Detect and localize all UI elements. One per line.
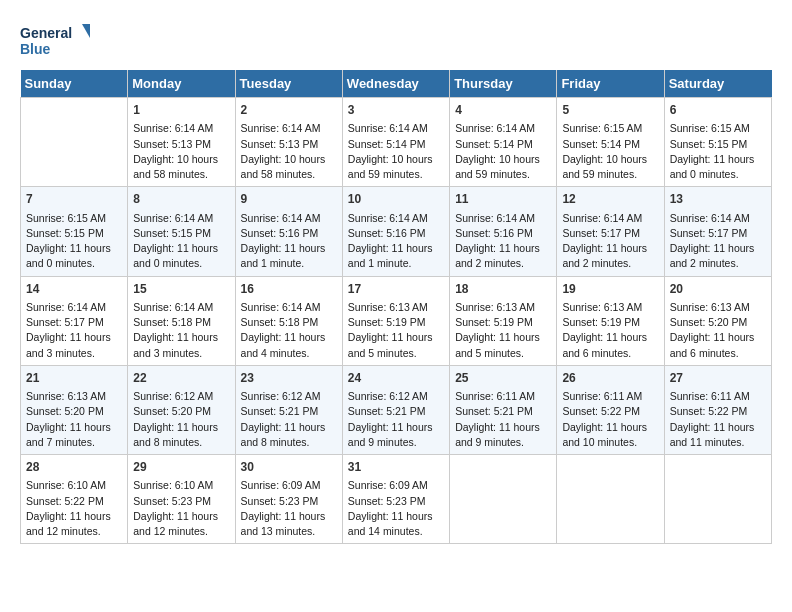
weekday-header-wednesday: Wednesday — [342, 70, 449, 98]
week-row-3: 14Sunrise: 6:14 AMSunset: 5:17 PMDayligh… — [21, 276, 772, 365]
calendar-cell — [21, 98, 128, 187]
day-info: Sunrise: 6:11 AMSunset: 5:21 PMDaylight:… — [455, 389, 551, 450]
day-info: Sunrise: 6:14 AMSunset: 5:14 PMDaylight:… — [455, 121, 551, 182]
calendar-cell: 9Sunrise: 6:14 AMSunset: 5:16 PMDaylight… — [235, 187, 342, 276]
day-info: Sunrise: 6:09 AMSunset: 5:23 PMDaylight:… — [241, 478, 337, 539]
calendar-cell: 2Sunrise: 6:14 AMSunset: 5:13 PMDaylight… — [235, 98, 342, 187]
day-number: 22 — [133, 370, 229, 387]
weekday-header-thursday: Thursday — [450, 70, 557, 98]
day-number: 18 — [455, 281, 551, 298]
calendar-cell — [450, 455, 557, 544]
calendar-cell: 8Sunrise: 6:14 AMSunset: 5:15 PMDaylight… — [128, 187, 235, 276]
svg-text:Blue: Blue — [20, 41, 51, 57]
weekday-header-friday: Friday — [557, 70, 664, 98]
day-number: 16 — [241, 281, 337, 298]
day-info: Sunrise: 6:12 AMSunset: 5:20 PMDaylight:… — [133, 389, 229, 450]
calendar-cell: 18Sunrise: 6:13 AMSunset: 5:19 PMDayligh… — [450, 276, 557, 365]
day-info: Sunrise: 6:14 AMSunset: 5:18 PMDaylight:… — [241, 300, 337, 361]
day-info: Sunrise: 6:11 AMSunset: 5:22 PMDaylight:… — [562, 389, 658, 450]
day-info: Sunrise: 6:15 AMSunset: 5:15 PMDaylight:… — [26, 211, 122, 272]
day-info: Sunrise: 6:13 AMSunset: 5:19 PMDaylight:… — [455, 300, 551, 361]
day-info: Sunrise: 6:14 AMSunset: 5:17 PMDaylight:… — [670, 211, 766, 272]
svg-text:General: General — [20, 25, 72, 41]
day-info: Sunrise: 6:15 AMSunset: 5:15 PMDaylight:… — [670, 121, 766, 182]
calendar-cell: 28Sunrise: 6:10 AMSunset: 5:22 PMDayligh… — [21, 455, 128, 544]
day-number: 24 — [348, 370, 444, 387]
calendar-cell: 22Sunrise: 6:12 AMSunset: 5:20 PMDayligh… — [128, 365, 235, 454]
calendar-cell: 26Sunrise: 6:11 AMSunset: 5:22 PMDayligh… — [557, 365, 664, 454]
calendar-cell: 25Sunrise: 6:11 AMSunset: 5:21 PMDayligh… — [450, 365, 557, 454]
calendar-cell: 3Sunrise: 6:14 AMSunset: 5:14 PMDaylight… — [342, 98, 449, 187]
calendar-cell: 29Sunrise: 6:10 AMSunset: 5:23 PMDayligh… — [128, 455, 235, 544]
day-info: Sunrise: 6:13 AMSunset: 5:20 PMDaylight:… — [670, 300, 766, 361]
day-number: 3 — [348, 102, 444, 119]
day-number: 5 — [562, 102, 658, 119]
day-info: Sunrise: 6:14 AMSunset: 5:16 PMDaylight:… — [241, 211, 337, 272]
day-info: Sunrise: 6:11 AMSunset: 5:22 PMDaylight:… — [670, 389, 766, 450]
calendar-cell: 27Sunrise: 6:11 AMSunset: 5:22 PMDayligh… — [664, 365, 771, 454]
day-number: 19 — [562, 281, 658, 298]
day-info: Sunrise: 6:14 AMSunset: 5:14 PMDaylight:… — [348, 121, 444, 182]
day-number: 15 — [133, 281, 229, 298]
week-row-5: 28Sunrise: 6:10 AMSunset: 5:22 PMDayligh… — [21, 455, 772, 544]
calendar-cell: 24Sunrise: 6:12 AMSunset: 5:21 PMDayligh… — [342, 365, 449, 454]
calendar-cell: 31Sunrise: 6:09 AMSunset: 5:23 PMDayligh… — [342, 455, 449, 544]
calendar-cell: 6Sunrise: 6:15 AMSunset: 5:15 PMDaylight… — [664, 98, 771, 187]
day-info: Sunrise: 6:14 AMSunset: 5:16 PMDaylight:… — [348, 211, 444, 272]
day-number: 12 — [562, 191, 658, 208]
weekday-header-row: SundayMondayTuesdayWednesdayThursdayFrid… — [21, 70, 772, 98]
calendar-cell: 19Sunrise: 6:13 AMSunset: 5:19 PMDayligh… — [557, 276, 664, 365]
weekday-header-monday: Monday — [128, 70, 235, 98]
calendar-cell: 15Sunrise: 6:14 AMSunset: 5:18 PMDayligh… — [128, 276, 235, 365]
day-number: 6 — [670, 102, 766, 119]
logo-icon: General Blue — [20, 20, 90, 60]
day-number: 9 — [241, 191, 337, 208]
week-row-1: 1Sunrise: 6:14 AMSunset: 5:13 PMDaylight… — [21, 98, 772, 187]
weekday-header-sunday: Sunday — [21, 70, 128, 98]
day-info: Sunrise: 6:12 AMSunset: 5:21 PMDaylight:… — [348, 389, 444, 450]
day-number: 21 — [26, 370, 122, 387]
day-info: Sunrise: 6:14 AMSunset: 5:17 PMDaylight:… — [26, 300, 122, 361]
day-number: 30 — [241, 459, 337, 476]
calendar-cell: 4Sunrise: 6:14 AMSunset: 5:14 PMDaylight… — [450, 98, 557, 187]
day-number: 10 — [348, 191, 444, 208]
calendar-cell: 23Sunrise: 6:12 AMSunset: 5:21 PMDayligh… — [235, 365, 342, 454]
day-number: 8 — [133, 191, 229, 208]
day-number: 7 — [26, 191, 122, 208]
day-number: 27 — [670, 370, 766, 387]
weekday-header-saturday: Saturday — [664, 70, 771, 98]
day-info: Sunrise: 6:14 AMSunset: 5:17 PMDaylight:… — [562, 211, 658, 272]
calendar-cell: 5Sunrise: 6:15 AMSunset: 5:14 PMDaylight… — [557, 98, 664, 187]
calendar-cell: 14Sunrise: 6:14 AMSunset: 5:17 PMDayligh… — [21, 276, 128, 365]
calendar-table: SundayMondayTuesdayWednesdayThursdayFrid… — [20, 70, 772, 544]
day-info: Sunrise: 6:13 AMSunset: 5:20 PMDaylight:… — [26, 389, 122, 450]
day-number: 31 — [348, 459, 444, 476]
calendar-cell: 16Sunrise: 6:14 AMSunset: 5:18 PMDayligh… — [235, 276, 342, 365]
day-number: 26 — [562, 370, 658, 387]
calendar-cell: 17Sunrise: 6:13 AMSunset: 5:19 PMDayligh… — [342, 276, 449, 365]
day-info: Sunrise: 6:10 AMSunset: 5:23 PMDaylight:… — [133, 478, 229, 539]
calendar-cell: 1Sunrise: 6:14 AMSunset: 5:13 PMDaylight… — [128, 98, 235, 187]
page-header: General Blue — [20, 20, 772, 60]
weekday-header-tuesday: Tuesday — [235, 70, 342, 98]
day-number: 4 — [455, 102, 551, 119]
week-row-2: 7Sunrise: 6:15 AMSunset: 5:15 PMDaylight… — [21, 187, 772, 276]
day-info: Sunrise: 6:13 AMSunset: 5:19 PMDaylight:… — [562, 300, 658, 361]
day-number: 29 — [133, 459, 229, 476]
day-info: Sunrise: 6:13 AMSunset: 5:19 PMDaylight:… — [348, 300, 444, 361]
calendar-cell — [557, 455, 664, 544]
svg-marker-2 — [82, 24, 90, 38]
day-info: Sunrise: 6:09 AMSunset: 5:23 PMDaylight:… — [348, 478, 444, 539]
logo: General Blue — [20, 20, 90, 60]
day-number: 17 — [348, 281, 444, 298]
calendar-cell: 30Sunrise: 6:09 AMSunset: 5:23 PMDayligh… — [235, 455, 342, 544]
day-number: 1 — [133, 102, 229, 119]
day-info: Sunrise: 6:12 AMSunset: 5:21 PMDaylight:… — [241, 389, 337, 450]
day-info: Sunrise: 6:10 AMSunset: 5:22 PMDaylight:… — [26, 478, 122, 539]
calendar-cell: 7Sunrise: 6:15 AMSunset: 5:15 PMDaylight… — [21, 187, 128, 276]
day-number: 14 — [26, 281, 122, 298]
day-number: 28 — [26, 459, 122, 476]
calendar-cell: 10Sunrise: 6:14 AMSunset: 5:16 PMDayligh… — [342, 187, 449, 276]
calendar-cell: 11Sunrise: 6:14 AMSunset: 5:16 PMDayligh… — [450, 187, 557, 276]
day-number: 13 — [670, 191, 766, 208]
